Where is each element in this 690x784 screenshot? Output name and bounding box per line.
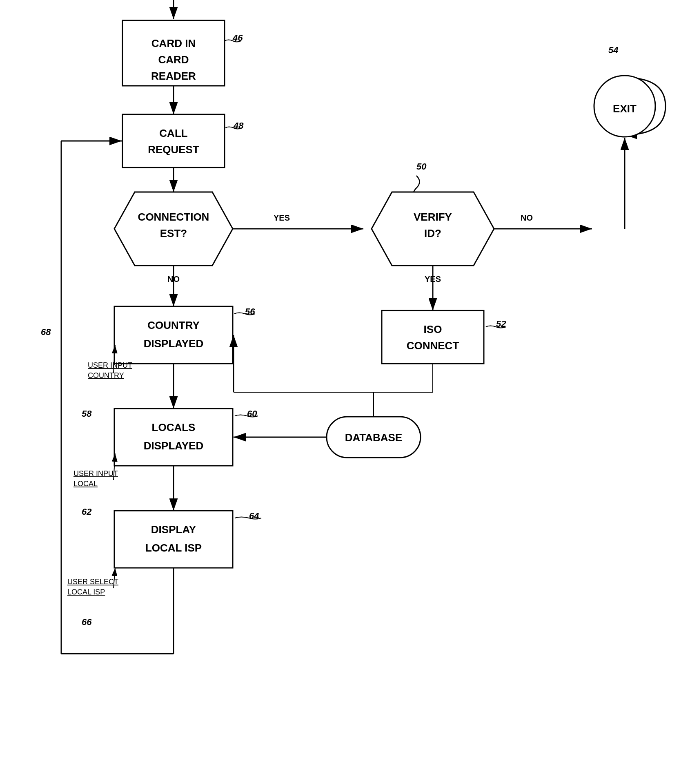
user-select-local-isp-label: USER SELECT (67, 578, 118, 586)
user-input-country-label: USER INPUT (88, 361, 132, 369)
iso-connect-label: ISO (424, 323, 442, 335)
country-displayed-box (114, 306, 233, 364)
yes-label-conn: YES (274, 213, 290, 222)
user-input-country-label2: COUNTRY (88, 371, 124, 380)
no-label-verify: NO (521, 213, 533, 222)
flowchart-diagram: CARD IN CARD READER 46 CALL REQUEST 48 C… (0, 0, 690, 784)
user-input-local-label2: LOCAL (73, 480, 98, 488)
label-62: 62 (82, 507, 92, 517)
database-label: DATABASE (345, 431, 403, 444)
user-input-local-label: USER INPUT (73, 469, 118, 478)
iso-connect-label2: CONNECT (407, 340, 459, 352)
display-local-isp-label2: LOCAL ISP (145, 542, 202, 554)
conn-est-label: CONNECTION (138, 211, 209, 223)
verify-id-label2: ID? (424, 227, 441, 239)
locals-displayed-box (114, 409, 233, 466)
call-request-box (122, 114, 225, 168)
card-reader-label2: CARD (158, 54, 189, 66)
label-58: 58 (82, 409, 92, 419)
user-select-local-isp-label2: LOCAL ISP (67, 588, 105, 596)
country-displayed-label: COUNTRY (147, 319, 200, 331)
display-local-isp-label: DISPLAY (151, 523, 196, 536)
label-66: 66 (82, 617, 92, 627)
call-request-label2: REQUEST (148, 143, 199, 156)
conn-est-label2: EST? (160, 227, 187, 239)
card-reader-label: CARD IN (151, 37, 196, 49)
iso-connect-box (382, 310, 484, 364)
call-request-label: CALL (159, 127, 187, 139)
display-local-isp-box (114, 511, 233, 568)
country-displayed-label2: DISPLAYED (144, 337, 203, 350)
locals-displayed-label2: DISPLAYED (144, 440, 203, 452)
exit-label: EXIT (613, 103, 637, 115)
card-reader-label3: READER (151, 70, 196, 82)
label-54: 54 (608, 45, 618, 55)
label-68: 68 (41, 327, 51, 337)
locals-displayed-label: LOCALS (152, 421, 196, 433)
label-50: 50 (416, 161, 427, 172)
verify-id-label: VERIFY (414, 211, 452, 223)
